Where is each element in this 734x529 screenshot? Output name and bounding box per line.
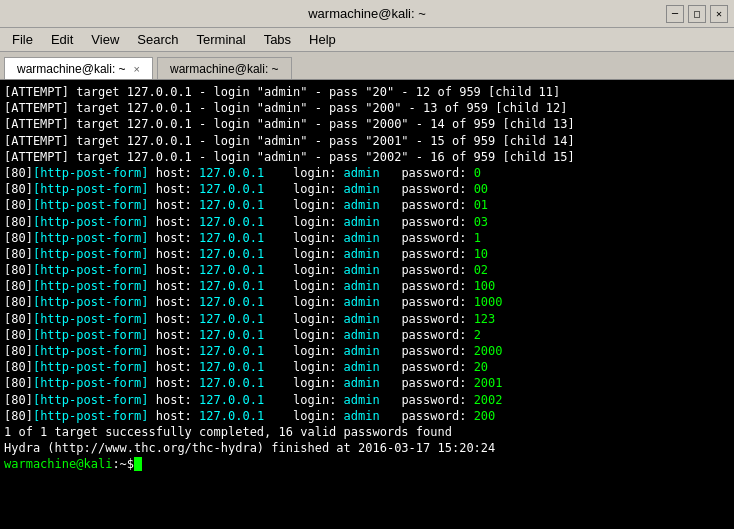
- menubar: FileEditViewSearchTerminalTabsHelp: [0, 28, 734, 52]
- menu-item-view[interactable]: View: [83, 30, 127, 49]
- titlebar-title: warmachine@kali: ~: [308, 6, 426, 21]
- terminal-result-line: [80][http-post-form] host: 127.0.0.1 log…: [4, 392, 730, 408]
- prompt-user: warmachine@kali: [4, 456, 112, 472]
- titlebar: warmachine@kali: ~ ─ □ ✕: [0, 0, 734, 28]
- menu-item-tabs[interactable]: Tabs: [256, 30, 299, 49]
- terminal-result-line: [80][http-post-form] host: 127.0.0.1 log…: [4, 408, 730, 424]
- tab-label-0: warmachine@kali: ~: [17, 62, 126, 76]
- terminal-summary: 1 of 1 target successfully completed, 16…: [4, 424, 730, 440]
- tab-1[interactable]: warmachine@kali: ~: [157, 57, 292, 79]
- terminal-result-line: [80][http-post-form] host: 127.0.0.1 log…: [4, 343, 730, 359]
- menu-item-terminal[interactable]: Terminal: [189, 30, 254, 49]
- prompt-symbol: :~$: [112, 456, 134, 472]
- menu-item-help[interactable]: Help: [301, 30, 344, 49]
- terminal-result-line: [80][http-post-form] host: 127.0.0.1 log…: [4, 294, 730, 310]
- terminal-result-line: [80][http-post-form] host: 127.0.0.1 log…: [4, 311, 730, 327]
- terminal-result-line: [80][http-post-form] host: 127.0.0.1 log…: [4, 327, 730, 343]
- terminal-line: [ATTEMPT] target 127.0.0.1 - login "admi…: [4, 149, 730, 165]
- terminal-result-line: [80][http-post-form] host: 127.0.0.1 log…: [4, 246, 730, 262]
- menu-item-search[interactable]: Search: [129, 30, 186, 49]
- terminal-footer: Hydra (http://www.thc.org/thc-hydra) fin…: [4, 440, 730, 456]
- terminal-result-line: [80][http-post-form] host: 127.0.0.1 log…: [4, 197, 730, 213]
- terminal-line: [ATTEMPT] target 127.0.0.1 - login "admi…: [4, 84, 730, 100]
- terminal-result-line: [80][http-post-form] host: 127.0.0.1 log…: [4, 214, 730, 230]
- tab-0[interactable]: warmachine@kali: ~×: [4, 57, 153, 79]
- maximize-button[interactable]: □: [688, 5, 706, 23]
- menu-item-edit[interactable]: Edit: [43, 30, 81, 49]
- terminal-cursor: [134, 457, 142, 471]
- terminal-result-line: [80][http-post-form] host: 127.0.0.1 log…: [4, 230, 730, 246]
- terminal-result-line: [80][http-post-form] host: 127.0.0.1 log…: [4, 262, 730, 278]
- terminal-result-line: [80][http-post-form] host: 127.0.0.1 log…: [4, 165, 730, 181]
- menu-item-file[interactable]: File: [4, 30, 41, 49]
- terminal-result-line: [80][http-post-form] host: 127.0.0.1 log…: [4, 181, 730, 197]
- terminal[interactable]: [ATTEMPT] target 127.0.0.1 - login "admi…: [0, 80, 734, 529]
- terminal-line: [ATTEMPT] target 127.0.0.1 - login "admi…: [4, 100, 730, 116]
- titlebar-controls: ─ □ ✕: [666, 5, 728, 23]
- terminal-line: [ATTEMPT] target 127.0.0.1 - login "admi…: [4, 116, 730, 132]
- terminal-prompt[interactable]: warmachine@kali:~$: [4, 456, 730, 472]
- tabbar: warmachine@kali: ~×warmachine@kali: ~: [0, 52, 734, 80]
- minimize-button[interactable]: ─: [666, 5, 684, 23]
- terminal-result-line: [80][http-post-form] host: 127.0.0.1 log…: [4, 375, 730, 391]
- tab-close-0[interactable]: ×: [134, 63, 140, 75]
- terminal-result-line: [80][http-post-form] host: 127.0.0.1 log…: [4, 359, 730, 375]
- terminal-line: [ATTEMPT] target 127.0.0.1 - login "admi…: [4, 133, 730, 149]
- close-button[interactable]: ✕: [710, 5, 728, 23]
- tab-label-1: warmachine@kali: ~: [170, 62, 279, 76]
- terminal-result-line: [80][http-post-form] host: 127.0.0.1 log…: [4, 278, 730, 294]
